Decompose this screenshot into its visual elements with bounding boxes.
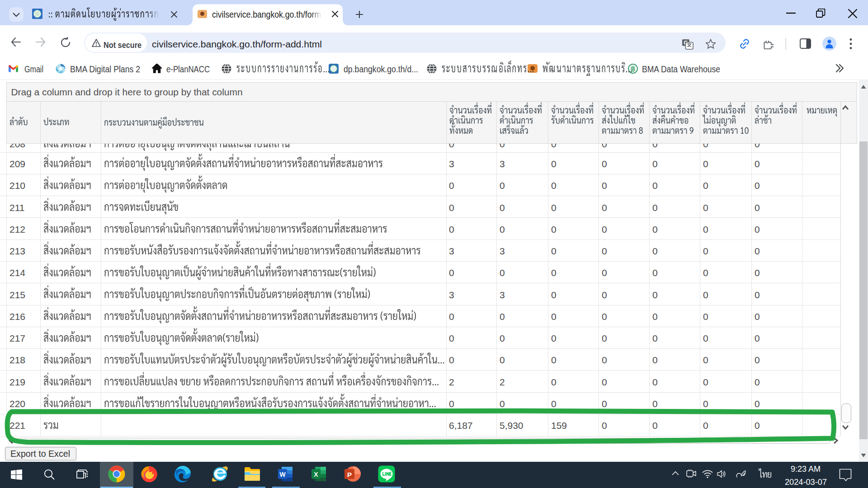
svg-text:0: 0 bbox=[755, 139, 760, 149]
svg-text:0: 0 bbox=[602, 333, 607, 343]
svg-text:civilservice.bangkok.go.th/for: civilservice.bangkok.go.th/form-add.html bbox=[152, 39, 322, 49]
svg-text:0: 0 bbox=[755, 333, 760, 343]
svg-text:0: 0 bbox=[703, 355, 708, 365]
svg-text:0: 0 bbox=[602, 202, 607, 213]
svg-text:0: 0 bbox=[652, 377, 658, 387]
svg-text:0: 0 bbox=[551, 267, 557, 278]
svg-text:Gmail: Gmail bbox=[24, 64, 43, 74]
svg-text:e-PlanNACC: e-PlanNACC bbox=[166, 64, 210, 74]
svg-text:210: 210 bbox=[9, 180, 25, 191]
svg-text:211: 211 bbox=[9, 202, 24, 213]
svg-text:216: 216 bbox=[9, 311, 25, 322]
svg-text:0: 0 bbox=[755, 267, 760, 278]
svg-text:2: 2 bbox=[500, 377, 505, 387]
svg-text:0: 0 bbox=[652, 311, 658, 322]
svg-text:0: 0 bbox=[551, 139, 557, 149]
svg-text:0: 0 bbox=[500, 267, 505, 278]
svg-text:BMA Digital Plans 2: BMA Digital Plans 2 bbox=[70, 64, 140, 74]
svg-text:0: 0 bbox=[551, 355, 557, 365]
svg-text:0: 0 bbox=[755, 377, 760, 387]
svg-text:0: 0 bbox=[652, 159, 658, 169]
svg-text:0: 0 bbox=[652, 290, 658, 300]
svg-text:0: 0 bbox=[755, 246, 760, 256]
svg-text:218: 218 bbox=[9, 355, 25, 365]
svg-text:0: 0 bbox=[449, 355, 454, 365]
svg-text:0: 0 bbox=[500, 355, 505, 365]
svg-text:0: 0 bbox=[551, 246, 557, 256]
svg-text:0: 0 bbox=[703, 139, 708, 149]
svg-text:209: 209 bbox=[9, 159, 25, 169]
svg-text:214: 214 bbox=[9, 267, 25, 278]
svg-text:0: 0 bbox=[652, 246, 658, 256]
svg-text:Export to Excel: Export to Excel bbox=[10, 449, 70, 459]
svg-text:0: 0 bbox=[602, 180, 607, 191]
svg-text:213: 213 bbox=[9, 246, 25, 256]
svg-text:0: 0 bbox=[449, 202, 454, 213]
svg-text:0: 0 bbox=[703, 159, 708, 169]
svg-text:0: 0 bbox=[449, 333, 454, 343]
svg-text:0: 0 bbox=[551, 311, 557, 322]
svg-text:0: 0 bbox=[703, 180, 708, 191]
svg-text:0: 0 bbox=[755, 224, 760, 235]
svg-text:0: 0 bbox=[703, 290, 708, 300]
svg-text:civilservice.bangkok.go.th/for: civilservice.bangkok.go.th/form- bbox=[212, 9, 324, 19]
svg-text:3: 3 bbox=[500, 246, 505, 256]
svg-text:0: 0 bbox=[652, 202, 658, 213]
svg-text:0: 0 bbox=[703, 377, 708, 387]
svg-text:0: 0 bbox=[602, 290, 607, 300]
svg-text:0: 0 bbox=[602, 355, 607, 365]
svg-text:0: 0 bbox=[551, 333, 557, 343]
svg-text:0: 0 bbox=[652, 333, 658, 343]
svg-text:0: 0 bbox=[703, 224, 708, 235]
svg-text:0: 0 bbox=[652, 139, 658, 149]
svg-text:0: 0 bbox=[500, 202, 505, 213]
svg-text:0: 0 bbox=[500, 180, 505, 191]
svg-text:0: 0 bbox=[755, 202, 760, 213]
svg-text:0: 0 bbox=[703, 267, 708, 278]
svg-text:219: 219 bbox=[9, 377, 25, 387]
svg-text:208: 208 bbox=[9, 139, 25, 149]
svg-text:0: 0 bbox=[500, 224, 505, 235]
svg-text:0: 0 bbox=[703, 311, 708, 322]
svg-text:0: 0 bbox=[652, 267, 658, 278]
svg-text:215: 215 bbox=[9, 290, 25, 300]
svg-text:0: 0 bbox=[652, 224, 658, 235]
svg-text:0: 0 bbox=[551, 377, 557, 387]
svg-text:0: 0 bbox=[602, 139, 607, 149]
svg-text:217: 217 bbox=[9, 333, 25, 343]
svg-text:dp.bangkok.go.th/d...: dp.bangkok.go.th/d... bbox=[344, 64, 418, 74]
svg-text:0: 0 bbox=[755, 159, 760, 169]
svg-text:3: 3 bbox=[500, 159, 505, 169]
svg-text:3: 3 bbox=[500, 290, 505, 300]
svg-text:0: 0 bbox=[602, 311, 607, 322]
svg-text:0: 0 bbox=[551, 224, 557, 235]
svg-text:0: 0 bbox=[602, 377, 607, 387]
svg-text:0: 0 bbox=[755, 355, 760, 365]
svg-text:2: 2 bbox=[449, 377, 454, 387]
svg-text:0: 0 bbox=[551, 180, 557, 191]
svg-text:3: 3 bbox=[449, 159, 454, 169]
svg-text:2024-03-07: 2024-03-07 bbox=[785, 477, 827, 487]
svg-text:0: 0 bbox=[652, 180, 658, 191]
svg-text:0: 0 bbox=[602, 224, 607, 235]
svg-text:0: 0 bbox=[755, 311, 760, 322]
svg-text:0: 0 bbox=[602, 267, 607, 278]
svg-text:0: 0 bbox=[755, 290, 760, 300]
svg-text:0: 0 bbox=[755, 180, 760, 191]
svg-text:Not secure: Not secure bbox=[104, 40, 142, 50]
svg-text:3: 3 bbox=[449, 290, 454, 300]
svg-text:0: 0 bbox=[703, 202, 708, 213]
svg-text:9:23 AM: 9:23 AM bbox=[791, 464, 821, 474]
svg-text:BMA Data Warehouse: BMA Data Warehouse bbox=[642, 64, 720, 74]
svg-text:Drag a column and drop it here: Drag a column and drop it here to group … bbox=[11, 87, 243, 97]
svg-text:0: 0 bbox=[703, 333, 708, 343]
svg-text:212: 212 bbox=[9, 224, 25, 235]
svg-text:0: 0 bbox=[449, 311, 454, 322]
svg-text:0: 0 bbox=[500, 333, 505, 343]
svg-text:0: 0 bbox=[703, 246, 708, 256]
svg-text:0: 0 bbox=[449, 180, 454, 191]
svg-text:0: 0 bbox=[551, 290, 557, 300]
svg-text:0: 0 bbox=[551, 159, 557, 169]
svg-text:0: 0 bbox=[500, 139, 505, 149]
svg-text:0: 0 bbox=[449, 224, 454, 235]
